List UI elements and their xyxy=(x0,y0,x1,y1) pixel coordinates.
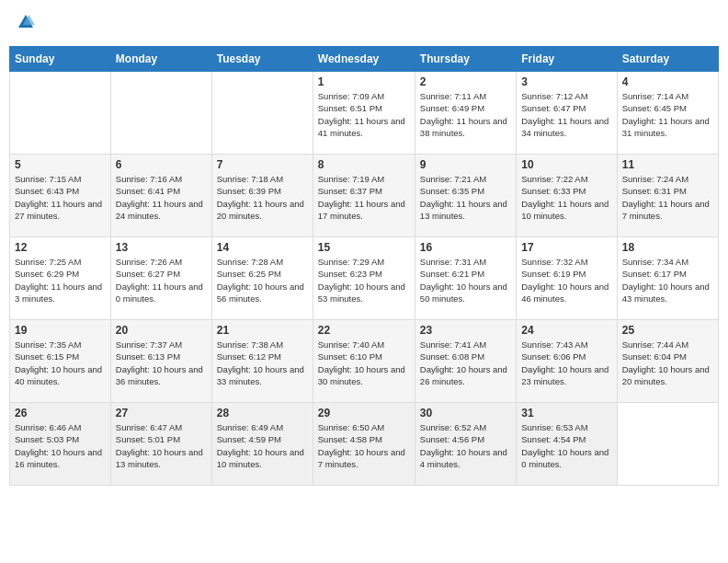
calendar-day-cell: 23Sunrise: 7:41 AM Sunset: 6:08 PM Dayli… xyxy=(415,320,516,403)
day-number: 2 xyxy=(420,75,511,88)
day-info: Sunrise: 6:46 AM Sunset: 5:03 PM Dayligh… xyxy=(15,421,106,470)
calendar-day-cell xyxy=(110,72,211,155)
day-info: Sunrise: 7:37 AM Sunset: 6:13 PM Dayligh… xyxy=(116,339,207,387)
day-info: Sunrise: 7:18 AM Sunset: 6:39 PM Dayligh… xyxy=(217,173,308,222)
day-info: Sunrise: 7:15 AM Sunset: 6:43 PM Dayligh… xyxy=(15,173,106,222)
calendar-day-cell: 16Sunrise: 7:31 AM Sunset: 6:21 PM Dayli… xyxy=(415,237,516,320)
calendar-day-cell: 29Sunrise: 6:50 AM Sunset: 4:58 PM Dayli… xyxy=(313,403,415,486)
day-info: Sunrise: 7:14 AM Sunset: 6:45 PM Dayligh… xyxy=(622,90,713,139)
day-number: 26 xyxy=(15,407,106,419)
day-info: Sunrise: 7:41 AM Sunset: 6:08 PM Dayligh… xyxy=(420,339,511,387)
calendar-day-cell: 28Sunrise: 6:49 AM Sunset: 4:59 PM Dayli… xyxy=(211,403,313,486)
calendar-day-cell: 14Sunrise: 7:28 AM Sunset: 6:25 PM Dayli… xyxy=(211,237,313,320)
day-info: Sunrise: 7:25 AM Sunset: 6:29 PM Dayligh… xyxy=(15,256,106,304)
day-info: Sunrise: 7:35 AM Sunset: 6:15 PM Dayligh… xyxy=(15,339,106,387)
day-number: 15 xyxy=(318,241,410,254)
day-info: Sunrise: 7:38 AM Sunset: 6:12 PM Dayligh… xyxy=(217,339,308,387)
day-number: 11 xyxy=(622,158,713,171)
calendar-day-cell: 9Sunrise: 7:21 AM Sunset: 6:35 PM Daylig… xyxy=(415,155,516,237)
calendar-day-cell: 24Sunrise: 7:43 AM Sunset: 6:06 PM Dayli… xyxy=(517,320,617,403)
calendar-day-header: Thursday xyxy=(415,47,516,72)
calendar-table: SundayMondayTuesdayWednesdayThursdayFrid… xyxy=(9,46,719,486)
day-number: 29 xyxy=(318,407,410,419)
calendar-day-cell: 11Sunrise: 7:24 AM Sunset: 6:31 PM Dayli… xyxy=(617,155,718,237)
calendar-week-row: 1Sunrise: 7:09 AM Sunset: 6:51 PM Daylig… xyxy=(10,72,719,155)
day-info: Sunrise: 7:19 AM Sunset: 6:37 PM Dayligh… xyxy=(318,173,410,222)
day-info: Sunrise: 7:34 AM Sunset: 6:17 PM Dayligh… xyxy=(622,256,713,304)
calendar-day-cell: 10Sunrise: 7:22 AM Sunset: 6:33 PM Dayli… xyxy=(517,155,617,237)
day-info: Sunrise: 6:49 AM Sunset: 4:59 PM Dayligh… xyxy=(217,421,308,470)
calendar-day-header: Sunday xyxy=(10,47,111,72)
day-info: Sunrise: 7:12 AM Sunset: 6:47 PM Dayligh… xyxy=(521,90,611,139)
calendar-day-header: Saturday xyxy=(617,47,718,72)
day-number: 16 xyxy=(420,241,511,254)
day-number: 13 xyxy=(116,241,207,254)
day-number: 12 xyxy=(15,241,106,254)
day-number: 3 xyxy=(521,75,611,88)
day-number: 25 xyxy=(622,324,713,337)
day-number: 1 xyxy=(318,75,410,88)
page-header xyxy=(9,9,719,39)
day-number: 7 xyxy=(217,158,308,171)
day-info: Sunrise: 7:09 AM Sunset: 6:51 PM Dayligh… xyxy=(318,90,410,139)
day-info: Sunrise: 6:50 AM Sunset: 4:58 PM Dayligh… xyxy=(318,421,410,470)
day-info: Sunrise: 6:47 AM Sunset: 5:01 PM Dayligh… xyxy=(116,421,207,470)
day-info: Sunrise: 7:22 AM Sunset: 6:33 PM Dayligh… xyxy=(521,173,611,222)
day-number: 8 xyxy=(318,158,410,171)
calendar-day-cell: 8Sunrise: 7:19 AM Sunset: 6:37 PM Daylig… xyxy=(313,155,415,237)
day-number: 20 xyxy=(116,324,207,337)
day-info: Sunrise: 6:52 AM Sunset: 4:56 PM Dayligh… xyxy=(420,421,511,470)
day-number: 18 xyxy=(622,241,713,254)
calendar-day-cell: 31Sunrise: 6:53 AM Sunset: 4:54 PM Dayli… xyxy=(517,403,617,486)
calendar-day-cell: 1Sunrise: 7:09 AM Sunset: 6:51 PM Daylig… xyxy=(313,72,415,155)
calendar-day-cell: 7Sunrise: 7:18 AM Sunset: 6:39 PM Daylig… xyxy=(211,155,313,237)
day-info: Sunrise: 7:11 AM Sunset: 6:49 PM Dayligh… xyxy=(420,90,511,139)
calendar-day-cell: 12Sunrise: 7:25 AM Sunset: 6:29 PM Dayli… xyxy=(10,237,111,320)
calendar-day-cell: 22Sunrise: 7:40 AM Sunset: 6:10 PM Dayli… xyxy=(313,320,415,403)
day-info: Sunrise: 7:31 AM Sunset: 6:21 PM Dayligh… xyxy=(420,256,511,304)
calendar-week-row: 26Sunrise: 6:46 AM Sunset: 5:03 PM Dayli… xyxy=(10,403,719,486)
day-info: Sunrise: 7:43 AM Sunset: 6:06 PM Dayligh… xyxy=(521,339,611,387)
calendar-day-header: Friday xyxy=(517,47,617,72)
calendar-day-cell xyxy=(211,72,313,155)
calendar-day-cell: 18Sunrise: 7:34 AM Sunset: 6:17 PM Dayli… xyxy=(617,237,718,320)
calendar-day-cell xyxy=(617,403,718,486)
calendar-header-row: SundayMondayTuesdayWednesdayThursdayFrid… xyxy=(10,47,719,72)
logo xyxy=(17,13,37,35)
calendar-day-cell xyxy=(10,72,111,155)
calendar-week-row: 12Sunrise: 7:25 AM Sunset: 6:29 PM Dayli… xyxy=(10,237,719,320)
calendar-day-cell: 25Sunrise: 7:44 AM Sunset: 6:04 PM Dayli… xyxy=(617,320,718,403)
day-number: 14 xyxy=(217,241,308,254)
calendar-day-cell: 15Sunrise: 7:29 AM Sunset: 6:23 PM Dayli… xyxy=(313,237,415,320)
day-number: 10 xyxy=(521,158,611,171)
day-number: 21 xyxy=(217,324,308,337)
calendar-day-cell: 4Sunrise: 7:14 AM Sunset: 6:45 PM Daylig… xyxy=(617,72,718,155)
day-number: 4 xyxy=(622,75,713,88)
day-number: 31 xyxy=(521,407,611,419)
calendar-day-header: Monday xyxy=(110,47,211,72)
day-number: 6 xyxy=(116,158,207,171)
calendar-day-cell: 30Sunrise: 6:52 AM Sunset: 4:56 PM Dayli… xyxy=(415,403,516,486)
calendar-week-row: 19Sunrise: 7:35 AM Sunset: 6:15 PM Dayli… xyxy=(10,320,719,403)
calendar-day-header: Wednesday xyxy=(313,47,415,72)
calendar-week-row: 5Sunrise: 7:15 AM Sunset: 6:43 PM Daylig… xyxy=(10,155,719,237)
day-number: 22 xyxy=(318,324,410,337)
calendar-day-cell: 6Sunrise: 7:16 AM Sunset: 6:41 PM Daylig… xyxy=(110,155,211,237)
calendar-day-cell: 26Sunrise: 6:46 AM Sunset: 5:03 PM Dayli… xyxy=(10,403,111,486)
day-number: 17 xyxy=(521,241,611,254)
calendar-day-cell: 19Sunrise: 7:35 AM Sunset: 6:15 PM Dayli… xyxy=(10,320,111,403)
day-number: 5 xyxy=(15,158,106,171)
day-info: Sunrise: 6:53 AM Sunset: 4:54 PM Dayligh… xyxy=(521,421,611,470)
day-number: 27 xyxy=(116,407,207,419)
day-number: 23 xyxy=(420,324,511,337)
calendar-day-cell: 27Sunrise: 6:47 AM Sunset: 5:01 PM Dayli… xyxy=(110,403,211,486)
day-info: Sunrise: 7:44 AM Sunset: 6:04 PM Dayligh… xyxy=(622,339,713,387)
calendar-day-cell: 13Sunrise: 7:26 AM Sunset: 6:27 PM Dayli… xyxy=(110,237,211,320)
calendar-day-header: Tuesday xyxy=(211,47,313,72)
day-info: Sunrise: 7:40 AM Sunset: 6:10 PM Dayligh… xyxy=(318,339,410,387)
day-info: Sunrise: 7:21 AM Sunset: 6:35 PM Dayligh… xyxy=(420,173,511,222)
day-info: Sunrise: 7:28 AM Sunset: 6:25 PM Dayligh… xyxy=(217,256,308,304)
calendar-day-cell: 20Sunrise: 7:37 AM Sunset: 6:13 PM Dayli… xyxy=(110,320,211,403)
day-number: 30 xyxy=(420,407,511,419)
day-info: Sunrise: 7:26 AM Sunset: 6:27 PM Dayligh… xyxy=(116,256,207,304)
